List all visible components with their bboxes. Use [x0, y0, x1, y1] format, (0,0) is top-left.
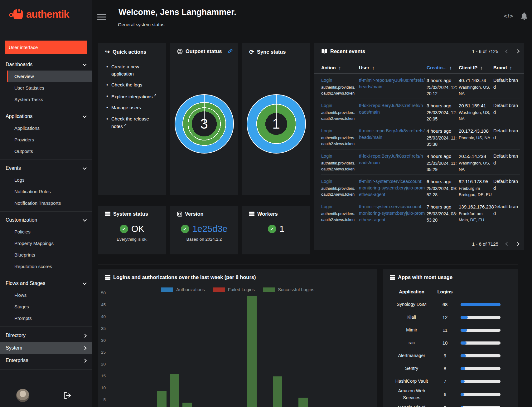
sort-icon[interactable]: ↕: [372, 65, 375, 70]
outpost-icon: [177, 49, 183, 54]
sidebar-item-overview[interactable]: Overview: [7, 71, 92, 82]
app-name: Google Cloud: [392, 404, 431, 407]
column-header-brand[interactable]: Brand↕: [493, 65, 520, 70]
sidebar-item-blueprints[interactable]: Blueprints: [0, 249, 92, 261]
sort-icon[interactable]: ↕: [510, 65, 512, 70]
column-header-action[interactable]: Action↕: [321, 65, 357, 70]
divider: [98, 199, 310, 199]
legend-swatch: [161, 287, 173, 292]
chart-bar[interactable]: [273, 376, 282, 407]
sidebar-item-flows[interactable]: Flows: [0, 289, 92, 301]
action-explore-integrations-link[interactable]: Explore integrations↗: [106, 93, 162, 101]
table-cell: 139.162.176.238Frankfurt am Main, DE, EU: [459, 203, 492, 225]
menu-icon[interactable]: [97, 14, 106, 22]
workers-card: Workers ✓ 1: [242, 206, 310, 254]
api-code-icon[interactable]: </>: [504, 13, 513, 20]
sidebar-section-events[interactable]: Events: [0, 162, 92, 174]
sidebar-item-stages[interactable]: Stages: [0, 301, 92, 312]
sidebar-section-system[interactable]: System: [0, 342, 92, 354]
sidebar-item-policies[interactable]: Policies: [0, 226, 92, 238]
sidebar-section-flows-and-stages[interactable]: Flows and Stages: [0, 277, 92, 289]
legend-item[interactable]: Authorizations: [161, 287, 205, 292]
y-axis-tick: 20: [98, 362, 106, 366]
event-user-link[interactable]: tf-loki-repo:BeryJu/k8s:ref:refs/heads/m…: [359, 153, 425, 166]
usage-bar-track: [461, 354, 501, 357]
sort-asc-icon[interactable]: ↑: [449, 65, 452, 70]
sidebar-item-user-statistics[interactable]: User Statistics: [0, 82, 92, 94]
legend-item[interactable]: Failed Logins: [213, 287, 255, 292]
notifications-bell-icon[interactable]: [521, 12, 528, 20]
sort-icon[interactable]: ↕: [339, 65, 341, 70]
sidebar-section-enterprise[interactable]: Enterprise: [0, 354, 92, 367]
next-page-icon[interactable]: [515, 242, 520, 246]
action-check-logs-link[interactable]: Check the logs: [106, 81, 162, 89]
event-user-link[interactable]: tf-mimir-repo:BeryJu/k8s:ref:refs/heads/…: [359, 77, 425, 90]
event-action-link[interactable]: Login: [321, 128, 332, 134]
table-cell: Default brand: [493, 128, 520, 149]
sort-icon[interactable]: ↕: [480, 65, 483, 70]
sidebar-section-customization[interactable]: Customization: [0, 214, 92, 226]
usage-bar: [461, 341, 467, 345]
usage-bar: [461, 393, 464, 396]
sidebar-item-property-mappings[interactable]: Property Mappings: [0, 238, 92, 249]
usage-bar-track: [461, 329, 501, 332]
sidebar-item-applications[interactable]: Applications: [0, 122, 92, 134]
previous-page-icon[interactable]: [505, 242, 509, 246]
table-cell: Loginauthentik.providers.oauth2.views.to…: [321, 128, 357, 149]
legend-item[interactable]: Successful Logins: [263, 287, 314, 292]
column-header-creation-date[interactable]: Creatio...↑: [427, 65, 457, 70]
column-header-user[interactable]: User↕: [359, 65, 425, 70]
chart-bar[interactable]: [247, 296, 257, 407]
app-name: rac: [392, 340, 431, 346]
chart-bar[interactable]: [182, 403, 192, 407]
link-icon[interactable]: [228, 48, 234, 54]
sidebar-item-logs[interactable]: Logs: [0, 174, 92, 186]
version-value-link[interactable]: 1e25d3e: [192, 224, 228, 234]
chart-bar[interactable]: [298, 398, 308, 407]
event-user-link[interactable]: tf-mimir-system:serviceaccount:monitorin…: [359, 178, 425, 198]
avatar[interactable]: [16, 389, 29, 402]
y-axis-tick: 50: [98, 291, 106, 295]
column-header-client-ip[interactable]: Client IP↕: [459, 65, 492, 70]
event-user-link[interactable]: tf-mimir-system:serviceaccount:monitorin…: [359, 203, 425, 223]
table-cell: 4 hours ago25/03/2024, 11:35:29: [427, 153, 457, 174]
sync-refresh-icon: ⟳: [249, 48, 254, 56]
action-manage-users-link[interactable]: Manage users: [106, 104, 162, 111]
logout-icon[interactable]: [63, 391, 71, 400]
event-action-link[interactable]: Login: [321, 153, 332, 159]
sync-status-card: ⟳ Sync status 1: [242, 43, 310, 195]
sync-status-donut[interactable]: 1: [247, 94, 306, 154]
table-cell: tf-mimir-system:serviceaccount:monitorin…: [359, 178, 425, 200]
sidebar-section-dashboards[interactable]: Dashboards: [0, 59, 92, 71]
action-release-notes-link[interactable]: Check the release notes↗: [106, 115, 162, 130]
sidebar-item-providers[interactable]: Providers: [0, 134, 92, 145]
sidebar-item-notification-transports[interactable]: Notification Transports: [0, 197, 92, 209]
legend-swatch: [213, 287, 225, 292]
outpost-status-donut[interactable]: 3: [175, 94, 234, 154]
chart-bar[interactable]: [170, 374, 179, 407]
event-user-link[interactable]: tf-mimir-repo:BeryJu/k8s:ref:refs/heads/…: [359, 128, 425, 141]
sidebar-section-directory[interactable]: Directory: [0, 329, 92, 342]
action-create-application-link[interactable]: Create a new application: [106, 63, 162, 77]
table-row: Loginauthentik.providers.oauth2.views.to…: [321, 99, 520, 124]
app-usage-row: Synology DSM68: [392, 298, 518, 311]
event-user-link[interactable]: tf-loki-repo:BeryJu/k8s:ref:refs/heads/m…: [359, 102, 425, 115]
page-subtitle: General system status: [118, 22, 164, 27]
recent-events-title: Recent events: [321, 48, 365, 54]
sidebar-item-notification-rules[interactable]: Notification Rules: [0, 186, 92, 197]
previous-page-icon[interactable]: [505, 49, 509, 53]
next-page-icon[interactable]: [515, 49, 520, 53]
usage-bar-track: [461, 316, 501, 319]
event-action-link[interactable]: Login: [321, 77, 332, 84]
event-action-link[interactable]: Login: [321, 178, 332, 185]
event-action-link[interactable]: Login: [321, 102, 332, 109]
user-interface-button[interactable]: User interface: [5, 41, 87, 54]
sidebar-item-outposts[interactable]: Outposts: [0, 145, 92, 157]
event-action-link[interactable]: Login: [321, 203, 332, 210]
sidebar-item-prompts[interactable]: Prompts: [0, 312, 92, 324]
sidebar-item-reputation-scores[interactable]: Reputation scores: [0, 261, 92, 272]
chart-bar[interactable]: [157, 391, 167, 407]
sidebar-section-applications[interactable]: Applications: [0, 110, 92, 122]
sidebar-item-system-tasks[interactable]: System Tasks: [0, 94, 92, 105]
check-circle-icon: ✓: [268, 225, 276, 233]
